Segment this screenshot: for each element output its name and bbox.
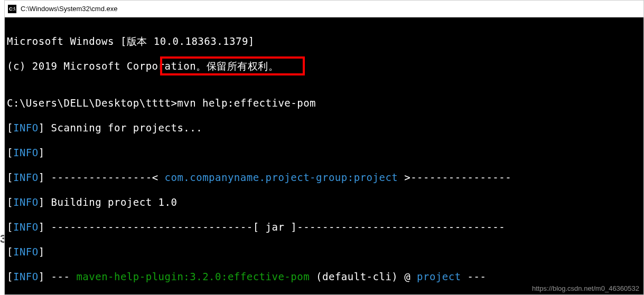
titlebar[interactable]: C:\ C:\Windows\System32\cmd.exe xyxy=(5,1,643,17)
terminal-line: [INFO] Building project 1.0 xyxy=(7,196,641,209)
terminal-output[interactable]: Microsoft Windows [版本 10.0.18363.1379] (… xyxy=(5,17,643,294)
cmd-window: C:\ C:\Windows\System32\cmd.exe Microsof… xyxy=(4,0,644,295)
command-text: mvn help:effective-pom xyxy=(177,97,316,109)
terminal-line: Microsoft Windows [版本 10.0.18363.1379] xyxy=(7,35,641,48)
terminal-line: [INFO] xyxy=(7,246,641,259)
project-coords: com.companyname.project-group:project xyxy=(165,172,398,183)
info-tag: INFO xyxy=(13,221,39,233)
watermark-text: https://blog.csdn.net/m0_46360532 xyxy=(532,284,639,292)
info-tag: INFO xyxy=(13,147,39,158)
info-tag: INFO xyxy=(13,196,39,208)
info-tag: INFO xyxy=(13,172,39,183)
info-tag: INFO xyxy=(13,246,39,258)
info-tag: INFO xyxy=(13,122,39,134)
terminal-line: [INFO] --- maven-help-plugin:3.2.0:effec… xyxy=(7,271,641,283)
terminal-line: [INFO] Scanning for projects... xyxy=(7,122,641,135)
plugin-goal: maven-help-plugin:3.2.0:effective-pom xyxy=(76,271,310,282)
terminal-line: [INFO] xyxy=(7,147,641,159)
terminal-line: [INFO] --------------------------------[… xyxy=(7,221,641,234)
terminal-line: (c) 2019 Microsoft Corporation。保留所有权利。 xyxy=(7,60,641,73)
terminal-line: C:\Users\DELL\Desktop\tttt>mvn help:effe… xyxy=(7,97,641,110)
project-name: project xyxy=(417,271,461,282)
window-title: C:\Windows\System32\cmd.exe xyxy=(21,5,118,13)
prompt: C:\Users\DELL\Desktop\tttt> xyxy=(7,97,177,109)
info-tag: INFO xyxy=(13,271,39,282)
terminal-line: [INFO] ----------------< com.companyname… xyxy=(7,172,641,184)
cmd-icon: C:\ xyxy=(8,5,16,13)
